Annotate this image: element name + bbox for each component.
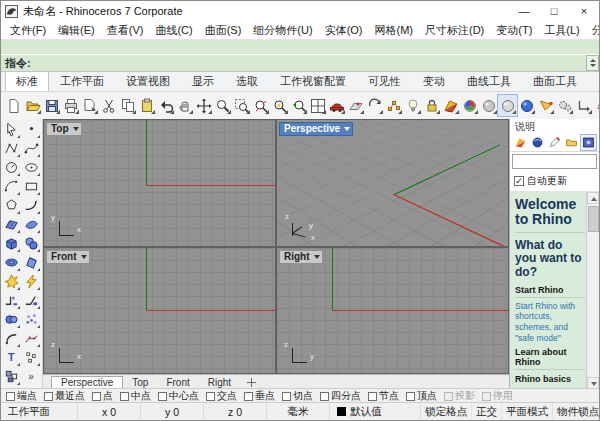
conic-curve-icon[interactable]	[21, 196, 41, 215]
viewport-front[interactable]: Front z x	[44, 248, 275, 374]
osnap-disable-checkbox[interactable]	[482, 392, 491, 401]
osnap-point[interactable]: 点	[92, 389, 113, 403]
toggle-grid-snap[interactable]: 锁定格点	[421, 403, 472, 420]
lock-icon[interactable]	[422, 95, 441, 116]
sphere-icon[interactable]	[21, 234, 41, 253]
toggle-osnap[interactable]: 物件锁点	[553, 403, 599, 420]
osnap-mid-checkbox[interactable]	[120, 392, 129, 401]
tab-set-view[interactable]: 设置视图	[115, 71, 181, 91]
osnap-quadrant[interactable]: 四分点	[320, 389, 361, 403]
surface-corner-icon[interactable]	[1, 215, 21, 234]
tab-visibility[interactable]: 可见性	[357, 71, 412, 91]
menu-dimension[interactable]: 尺寸标注(D)	[419, 23, 490, 38]
chamfer-icon[interactable]	[21, 291, 41, 310]
lamp-icon[interactable]	[403, 95, 422, 116]
tab-curve-tools[interactable]: 曲线工具	[456, 71, 522, 91]
tab-cplanes[interactable]: 工作平面	[49, 71, 115, 91]
rotate-view-icon[interactable]	[365, 95, 384, 116]
viewport-perspective-title[interactable]: Perspective	[279, 122, 353, 136]
osnap-quadrant-checkbox[interactable]	[320, 392, 329, 401]
help-search-input[interactable]	[512, 154, 597, 169]
save-icon[interactable]	[42, 95, 61, 116]
zoom-icon[interactable]	[213, 95, 232, 116]
tab-standard[interactable]: 标准	[5, 71, 49, 91]
zoom-previous-icon[interactable]	[289, 95, 308, 116]
panel-tab-help-icon[interactable]	[581, 135, 596, 150]
new-file-icon[interactable]	[4, 95, 23, 116]
color-wheel-icon[interactable]	[460, 95, 479, 116]
toggle-planar[interactable]: 平面模式	[502, 403, 553, 420]
move-view-icon[interactable]	[194, 95, 213, 116]
explode-icon[interactable]	[1, 272, 21, 291]
arc-icon[interactable]	[1, 177, 21, 196]
cplane-icon[interactable]	[346, 95, 365, 116]
point-grid-icon[interactable]	[21, 348, 41, 367]
viewport-right[interactable]: Right z y	[277, 248, 508, 374]
point-cloud-icon[interactable]	[21, 310, 41, 329]
menu-analyze[interactable]: 分析(A)	[586, 23, 600, 38]
osnap-near[interactable]: 最近点	[44, 389, 85, 403]
control-point-curve-icon[interactable]	[1, 139, 21, 158]
menu-mesh[interactable]: 网格(M)	[369, 23, 420, 38]
osnap-perpendicular[interactable]: 垂点	[244, 389, 275, 403]
select-arrow-icon[interactable]	[1, 120, 21, 139]
menu-view[interactable]: 查看(V)	[101, 23, 150, 38]
scroll-up-icon[interactable]	[587, 192, 599, 204]
viewport-layout-icon[interactable]	[308, 95, 327, 116]
help-scrollbar[interactable]	[586, 192, 599, 389]
menu-edit[interactable]: 编辑(E)	[52, 23, 101, 38]
osnap-intersection-checkbox[interactable]	[206, 392, 215, 401]
rebuild-curve-icon[interactable]	[21, 329, 41, 348]
osnap-tangent-checkbox[interactable]	[282, 392, 291, 401]
zoom-window-icon[interactable]	[232, 95, 251, 116]
block-icon[interactable]	[1, 367, 21, 386]
osnap-point-checkbox[interactable]	[92, 392, 101, 401]
osnap-end-checkbox[interactable]	[6, 392, 15, 401]
chevron-down-icon[interactable]	[314, 255, 320, 259]
osnap-project[interactable]: 投影	[444, 389, 475, 403]
ghosted-sphere-icon[interactable]	[498, 95, 517, 116]
zoom-selected-icon[interactable]	[251, 95, 270, 116]
print-icon[interactable]	[61, 95, 80, 116]
osnap-disable[interactable]: 停用	[482, 389, 513, 403]
osnap-near-checkbox[interactable]	[44, 392, 53, 401]
fillet-icon[interactable]	[1, 291, 21, 310]
tab-solid-tools[interactable]: 实体工具	[588, 71, 600, 91]
osnap-intersection[interactable]: 交点	[206, 389, 237, 403]
panel-tab-web-icon[interactable]	[530, 135, 545, 150]
chevron-down-icon[interactable]	[81, 255, 87, 259]
menu-solid[interactable]: 实体(O)	[319, 23, 369, 38]
curve-fillet-icon[interactable]	[1, 329, 21, 348]
close-button[interactable]: ×	[569, 1, 599, 21]
osnap-vertex-checkbox[interactable]	[406, 392, 415, 401]
rectangle-icon[interactable]	[21, 177, 41, 196]
command-line[interactable]: 指令:	[1, 55, 599, 72]
torus-icon[interactable]	[1, 253, 21, 272]
osnap-project-checkbox[interactable]	[444, 392, 453, 401]
maximize-button[interactable]: □	[539, 1, 569, 21]
notifications-icon[interactable]	[536, 95, 555, 116]
extrude-icon[interactable]	[21, 253, 41, 272]
toggle-ortho[interactable]: 正交	[472, 403, 502, 420]
cplane-button[interactable]: 工作平面	[1, 403, 78, 420]
sidebar-overflow-icon[interactable]: »	[21, 367, 41, 386]
tab-viewport-layout[interactable]: 工作视窗配置	[269, 71, 357, 91]
osnap-end[interactable]: 端点	[6, 389, 37, 403]
osnap-dots-icon[interactable]	[384, 95, 403, 116]
shaded-sphere-icon[interactable]	[479, 95, 498, 116]
viewport-right-title[interactable]: Right	[279, 250, 323, 264]
menu-transform[interactable]: 变动(T)	[490, 23, 538, 38]
panel-tab-display-icon[interactable]	[513, 135, 528, 150]
new-viewport-tab-icon[interactable]	[246, 377, 257, 388]
osnap-knot-checkbox[interactable]	[368, 392, 377, 401]
rendered-sphere-icon[interactable]	[517, 95, 536, 116]
menu-tools[interactable]: 工具(L)	[538, 23, 585, 38]
polygon-icon[interactable]	[1, 196, 21, 215]
box-icon[interactable]	[1, 234, 21, 253]
osnap-vertex[interactable]: 顶点	[406, 389, 437, 403]
undo-icon[interactable]	[156, 95, 175, 116]
chevron-down-icon[interactable]	[73, 127, 79, 131]
viewport-perspective[interactable]: Perspective z x y	[277, 120, 508, 246]
scroll-thumb[interactable]	[588, 206, 599, 232]
open-file-icon[interactable]	[23, 95, 42, 116]
